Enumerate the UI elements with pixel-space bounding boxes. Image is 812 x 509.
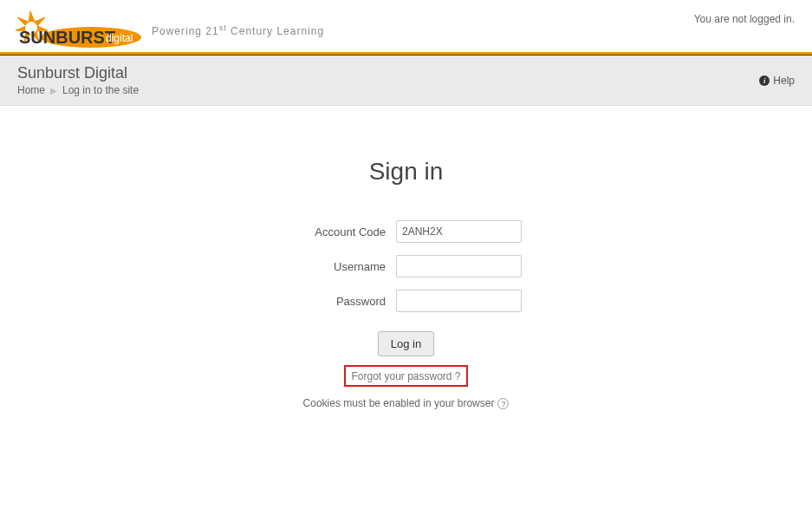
header-bar: SUNBURST digital Powering 21st Century L… [0,0,812,52]
signin-heading: Sign in [17,158,795,186]
info-icon: i [759,75,770,86]
help-link[interactable]: i Help [759,75,795,87]
breadcrumb-home-link[interactable]: Home [17,84,45,96]
username-input[interactable] [396,255,522,277]
svg-text:SUNBURST: SUNBURST [19,28,115,47]
forgot-password-link[interactable]: Forgot your password ? [351,370,460,382]
tagline: Powering 21st Century Learning [152,23,324,37]
site-name: Sunburst Digital [17,64,139,82]
help-icon[interactable]: ? [497,398,509,409]
account-code-label: Account Code [290,225,386,238]
breadcrumb-bar: Sunburst Digital Home ▶ Log in to the si… [0,55,812,106]
breadcrumb-separator-icon: ▶ [50,86,57,95]
sunburst-logo: SUNBURST digital [9,9,143,52]
logo-area: SUNBURST digital Powering 21st Century L… [9,9,324,52]
forgot-password-highlight: Forgot your password ? [344,365,467,387]
svg-text:digital: digital [106,32,133,44]
login-status-text: You are not logged in. [694,13,795,25]
login-button[interactable]: Log in [378,331,434,356]
breadcrumb-current: Log in to the site [62,84,139,96]
account-code-input[interactable] [396,220,522,243]
main-content: Sign in Account Code Username Password L… [0,106,812,461]
password-label: Password [290,295,386,308]
password-input[interactable] [396,290,522,312]
cookies-note: Cookies must be enabled in your browser … [17,397,795,409]
breadcrumb: Home ▶ Log in to the site [17,84,139,96]
username-label: Username [290,260,386,273]
